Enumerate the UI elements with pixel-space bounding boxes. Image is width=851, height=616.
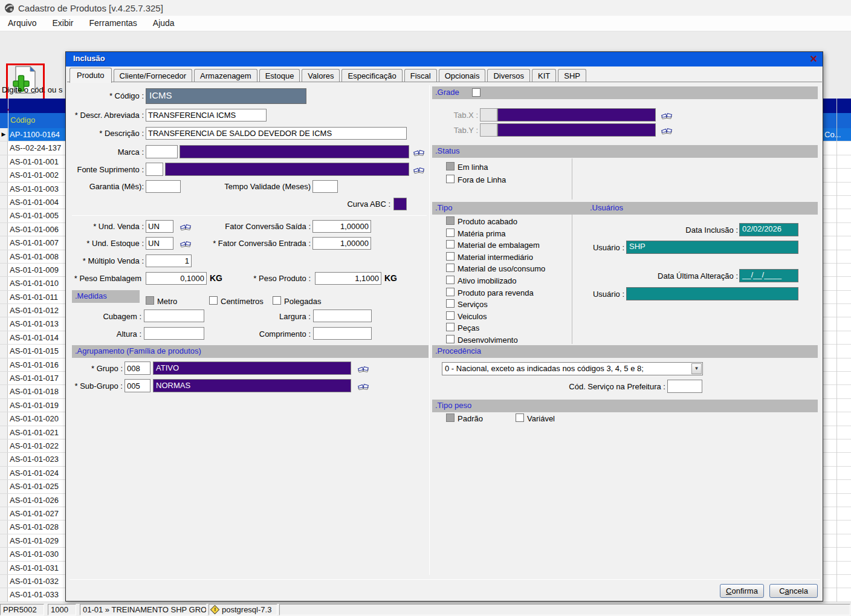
table-row[interactable]: AS-01-01-029 [0,534,68,548]
tipo-checkbox-servi-os[interactable] [446,299,455,308]
marca-code-field[interactable] [146,145,178,158]
centimetros-checkbox[interactable] [209,296,218,305]
fonte-lookup-book-icon[interactable] [413,164,425,174]
table-row[interactable]: AS-01-01-014 [0,331,68,345]
table-row[interactable]: AS-01-01-015 [0,345,68,358]
table-row[interactable]: AS-01-01-026 [0,494,68,507]
subgrupo-code-field[interactable] [125,379,150,392]
metro-checkbox[interactable] [146,296,154,305]
row-right-cell [823,358,851,371]
und-estoque-field[interactable] [146,237,173,250]
tipo-checkbox-ativo-imobilizado[interactable] [446,276,455,284]
peso-produto-field[interactable] [315,272,381,285]
tab-cliente-fornecedor[interactable]: Cliente/Fornecedor [114,69,193,82]
data-inclusao-field[interactable]: 02/02/2026 [739,223,798,236]
tipo-checkbox-material-de-uso-consumo[interactable] [446,264,455,272]
tipo-checkbox-material-intermedi-rio[interactable] [446,252,455,261]
cancela-button[interactable]: Cancela [769,584,818,598]
fora-de-linha-checkbox[interactable] [446,175,455,183]
chevron-down-icon[interactable]: ▼ [691,363,702,374]
table-row[interactable]: AS-01-01-022 [0,439,68,453]
tab-especifica-o[interactable]: Especificação [341,69,402,82]
close-icon[interactable]: ✕ [810,53,818,65]
cod-servico-field[interactable] [667,380,702,393]
fator-entrada-field[interactable] [312,237,371,250]
fator-saida-field[interactable] [312,220,371,233]
und-venda-lookup-book-icon[interactable] [180,221,192,231]
menu-item-ajuda[interactable]: Ajuda [145,16,183,28]
grupo-lookup-book-icon[interactable] [357,363,369,373]
altura-field[interactable] [144,327,204,340]
table-row[interactable]: AS-01-01-030 [0,548,68,561]
largura-field[interactable] [313,310,372,322]
grupo-code-field[interactable] [125,361,150,375]
tab-opcionais[interactable]: Opcionais [439,69,486,82]
table-row[interactable]: AS-01-01-025 [0,480,68,493]
table-row[interactable]: AS-01-01-033 [0,588,68,601]
tab-estoque[interactable]: Estoque [259,69,300,82]
data-alteracao-field[interactable]: __/__/____ [739,269,798,282]
comprimento-field[interactable] [313,327,372,340]
grade-checkbox[interactable] [472,88,481,97]
descricao-field[interactable] [146,127,407,140]
table-row[interactable]: AS-01-01-021 [0,426,68,439]
procedencia-dropdown[interactable]: 0 - Nacional, exceto as indicadas nos có… [442,362,703,375]
codigo-field[interactable]: ICMS [146,88,306,104]
tab-shp[interactable]: SHP [558,69,586,82]
tab-produto[interactable]: Produto [70,68,112,83]
marca-lookup-book-icon[interactable] [413,147,425,157]
padrao-checkbox[interactable] [446,413,455,422]
usuario-field[interactable]: SHP [626,241,798,254]
peso-produto-unit: KG [384,273,397,283]
multiplo-venda-field[interactable] [146,255,192,267]
polegadas-checkbox[interactable] [273,296,281,305]
table-row[interactable]: AS-01-01-024 [0,467,68,480]
table-row[interactable]: AS-01-01-028 [0,520,68,534]
subgrupo-lookup-book-icon[interactable] [357,381,369,391]
tab-fiscal[interactable]: Fiscal [404,69,437,82]
und-estoque-lookup-book-icon[interactable] [180,238,192,248]
table-row[interactable]: AS-01-01-020 [0,412,68,426]
menu-item-exibir[interactable]: Exibir [44,16,81,28]
table-row[interactable]: AS-01-01-019 [0,399,68,412]
menu-item-ferramentas[interactable]: Ferramentas [81,16,144,28]
table-row[interactable]: AS-01-01-027 [0,507,68,520]
tipo-checkbox-mat-ria-prima[interactable] [446,229,455,237]
descr-abreviada-field[interactable] [146,109,267,122]
table-row[interactable]: AS-01-01-031 [0,562,68,575]
table-row[interactable]: AS-01-01-013 [0,317,68,331]
tipo-checkbox-veiculos[interactable] [446,311,455,320]
fonte-code-field[interactable] [146,163,163,176]
tipo-checkbox-material-de-embalagem[interactable] [446,240,455,248]
tab-kit[interactable]: KIT [532,69,556,82]
tipo-checkbox-pe-as[interactable] [446,323,455,331]
padrao-label: Padrão [458,414,483,423]
table-row[interactable]: AS-01-01-011 [0,291,68,304]
curva-abc-field[interactable] [393,198,407,210]
table-row[interactable]: AS-01-01-032 [0,575,68,588]
tempo-validade-field[interactable] [312,180,338,193]
garantia-field[interactable] [146,180,181,193]
table-row[interactable]: AS-01-01-012 [0,304,68,317]
variavel-checkbox[interactable] [516,413,524,422]
dialog-titlebar[interactable]: Inclusão ✕ [66,52,823,66]
confirma-button[interactable]: Confirma [720,584,764,598]
tab-armazenagem[interactable]: Armazenagem [194,69,257,82]
em-linha-checkbox[interactable] [446,162,455,170]
und-venda-field[interactable] [146,220,173,233]
tabx-lookup-book-icon[interactable] [661,110,673,120]
usuario2-field[interactable] [626,287,798,300]
row-right-cell [823,331,851,344]
tipo-checkbox-produto-acabado[interactable] [446,216,455,225]
tipo-checkbox-produto-para-revenda[interactable] [446,288,455,296]
peso-embalagem-field[interactable] [146,272,207,285]
table-row[interactable]: AS-01-01-004 [0,196,68,209]
menu-item-arquivo[interactable]: Arquivo [0,16,44,28]
table-row[interactable]: AS-01-01-005 [0,209,68,222]
tipo-checkbox-desenvolvimento[interactable] [446,335,455,343]
cubagem-field[interactable] [144,310,204,322]
table-row[interactable]: AS-01-01-023 [0,453,68,466]
taby-lookup-book-icon[interactable] [661,125,673,135]
tab-diversos[interactable]: Diversos [487,69,530,82]
tab-valores[interactable]: Valores [302,69,340,82]
